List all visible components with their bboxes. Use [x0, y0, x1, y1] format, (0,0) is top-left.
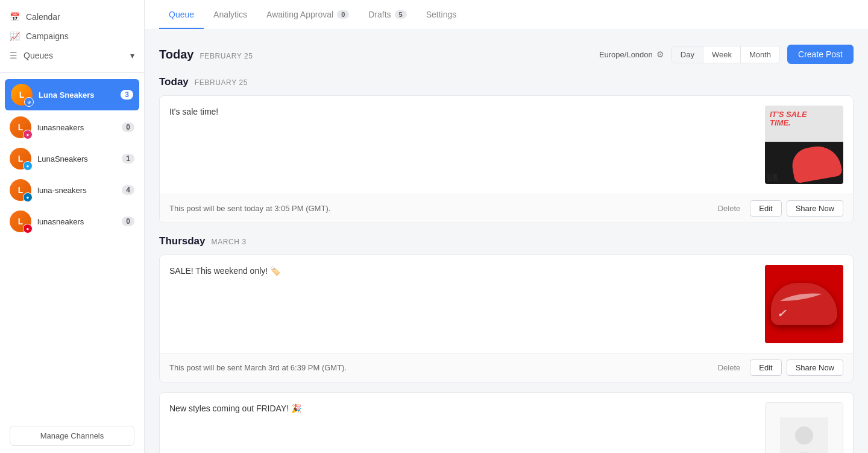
- tab-settings[interactable]: Settings: [417, 1, 467, 29]
- account-count-tw: 1: [122, 154, 134, 163]
- date-title: Today FEBRUARY 25: [159, 48, 253, 62]
- tab-analytics[interactable]: Analytics: [204, 1, 257, 29]
- sidebar-account-lunasneakers-pt[interactable]: L ● lunasneakers 0: [0, 206, 144, 237]
- section-sub-thursday: MARCH 3: [212, 238, 247, 246]
- svg-point-1: [795, 426, 813, 445]
- view-week-button[interactable]: Week: [703, 46, 741, 63]
- swoosh-svg: [777, 289, 825, 307]
- account-name-luna-main: Luna Sneakers: [39, 90, 115, 100]
- sidebar: 📅 Calendar 📈 Campaigns ☰ Queues ▾ L ⊕ Lu…: [0, 0, 145, 453]
- post-text-1: It's sale time!: [169, 106, 755, 118]
- post-image-1: IT'S SALE TIME. |||| ||||15-31: [765, 106, 843, 184]
- avatar-wrapper-ig: L ●: [10, 116, 31, 138]
- sidebar-accounts: L ⊕ Luna Sneakers 3 L ● lunasneakers 0 L: [0, 73, 144, 419]
- section-sub-today: FEBRUARY 25: [195, 78, 248, 87]
- queues-icon: ☰: [10, 51, 17, 60]
- tab-awaiting-label: Awaiting Approval: [266, 10, 333, 19]
- section-title-thursday: Thursday: [159, 235, 206, 247]
- gear-icon[interactable]: ⚙: [656, 49, 664, 59]
- edit-button-2[interactable]: Edit: [750, 360, 781, 376]
- avatar-wrapper: L ⊕: [11, 84, 33, 106]
- sidebar-item-calendar[interactable]: 📅 Calendar: [0, 7, 144, 27]
- account-count-luna-main: 3: [121, 90, 133, 100]
- manage-channels-button[interactable]: Manage Channels: [10, 426, 134, 446]
- timezone-selector[interactable]: Europe/London ⚙: [599, 49, 664, 59]
- tab-analytics-label: Analytics: [213, 10, 247, 19]
- page-title: Today: [159, 48, 193, 62]
- queue-content: Today FEBRUARY 25 Europe/London ⚙ Day We…: [145, 30, 868, 453]
- account-name-li: luna-sneakers: [37, 186, 116, 195]
- nike-shoe-shape: ✓: [771, 283, 837, 325]
- twitter-badge-icon: ⊕: [24, 97, 34, 107]
- section-title-today: Today: [159, 76, 189, 88]
- main-content: Queue Analytics Awaiting Approval 0 Draf…: [145, 0, 868, 453]
- placeholder-svg: [780, 417, 828, 453]
- account-name-pt: lunasneakers: [37, 217, 116, 226]
- sidebar-item-campaigns[interactable]: 📈 Campaigns: [0, 27, 144, 46]
- shoe-shape: [790, 142, 843, 183]
- post-text-2: SALE! This weekend only! 🏷️: [169, 265, 755, 277]
- third-image: [765, 402, 843, 453]
- tabs-bar: Queue Analytics Awaiting Approval 0 Draf…: [145, 0, 868, 30]
- edit-button-1[interactable]: Edit: [750, 200, 781, 217]
- delete-button-1[interactable]: Delete: [713, 201, 746, 215]
- campaigns-icon: 📈: [10, 31, 20, 41]
- account-count-pt: 0: [122, 217, 134, 226]
- sale-image-bottom: |||| ||||15-31: [765, 142, 843, 184]
- delete-button-2[interactable]: Delete: [713, 361, 746, 375]
- calendar-icon: 📅: [10, 12, 20, 22]
- date-header: Today FEBRUARY 25 Europe/London ⚙ Day We…: [159, 45, 854, 64]
- nike-image: ✓: [765, 265, 843, 343]
- post-footer-actions-1: Delete Edit Share Now: [713, 200, 843, 217]
- sidebar-nav: 📅 Calendar 📈 Campaigns ☰ Queues ▾: [0, 0, 144, 73]
- sidebar-account-luna-sneakers-li[interactable]: L ● luna-sneakers 4: [0, 174, 144, 206]
- sidebar-item-label-campaigns: Campaigns: [26, 31, 69, 41]
- account-name-tw: LunaSneakers: [37, 154, 116, 163]
- post-text-3: New styles coming out FRIDAY! 🎉: [169, 402, 755, 415]
- sale-image: IT'S SALE TIME. |||| ||||15-31: [765, 106, 843, 184]
- section-header-thursday: Thursday MARCH 3: [159, 235, 854, 247]
- post-image-3: [765, 402, 843, 453]
- create-post-button[interactable]: Create Post: [787, 45, 854, 64]
- tab-queue[interactable]: Queue: [159, 1, 204, 29]
- share-now-button-1[interactable]: Share Now: [787, 200, 843, 217]
- nike-swoosh: ✓: [777, 307, 786, 320]
- queues-chevron-icon: ▾: [130, 51, 134, 60]
- post-card-body-3: New styles coming out FRIDAY! 🎉: [160, 393, 853, 453]
- view-toggle: Day Week Month: [671, 46, 780, 63]
- section-header-today: Today FEBRUARY 25: [159, 76, 854, 88]
- tab-awaiting-badge: 0: [337, 10, 349, 19]
- linkedin-badge-icon: ●: [23, 192, 33, 202]
- sidebar-item-queues[interactable]: ☰ Queues ▾: [0, 46, 144, 65]
- sidebar-item-label-queues: Queues: [24, 51, 53, 60]
- post-footer-1: This post will be sent today at 3:05 PM …: [160, 194, 853, 223]
- sidebar-account-lunasneakers-ig[interactable]: L ● lunasneakers 0: [0, 112, 144, 143]
- post-card-1: It's sale time! IT'S SALE TIME. |||| |||…: [159, 95, 854, 223]
- post-image-2: ✓: [765, 265, 843, 343]
- avatar-wrapper-tw: L ●: [10, 148, 31, 169]
- sidebar-account-luna-main[interactable]: L ⊕ Luna Sneakers 3: [5, 79, 139, 110]
- tab-awaiting[interactable]: Awaiting Approval 0: [257, 1, 359, 29]
- view-day-button[interactable]: Day: [672, 46, 703, 63]
- sale-image-top: IT'S SALE TIME.: [765, 106, 843, 142]
- tab-settings-label: Settings: [426, 10, 457, 19]
- account-count-li: 4: [122, 185, 134, 195]
- view-month-button[interactable]: Month: [741, 46, 779, 63]
- tab-queue-label: Queue: [169, 10, 194, 19]
- tab-drafts-badge: 5: [395, 10, 407, 19]
- sidebar-account-lunasneakers-tw[interactable]: L ● LunaSneakers 1: [0, 143, 144, 174]
- twitter-badge-icon: ●: [23, 161, 33, 171]
- post-card-2: SALE! This weekend only! 🏷️ ✓ This: [159, 255, 854, 382]
- tab-drafts[interactable]: Drafts 5: [359, 1, 416, 29]
- date-subtitle: FEBRUARY 25: [200, 52, 253, 60]
- avatar-wrapper-li: L ●: [10, 179, 31, 201]
- post-footer-2: This post will be sent March 3rd at 6:39…: [160, 353, 853, 382]
- date-controls: Europe/London ⚙ Day Week Month Create Po…: [599, 45, 854, 64]
- avatar-wrapper-pt: L ●: [10, 211, 31, 232]
- share-now-button-2[interactable]: Share Now: [787, 360, 843, 376]
- instagram-badge-icon: ●: [23, 130, 33, 139]
- post-card-3: New styles coming out FRIDAY! 🎉: [159, 392, 854, 453]
- sidebar-item-label-calendar: Calendar: [26, 12, 60, 22]
- account-name-ig: lunasneakers: [37, 123, 116, 132]
- pinterest-badge-icon: ●: [23, 224, 33, 233]
